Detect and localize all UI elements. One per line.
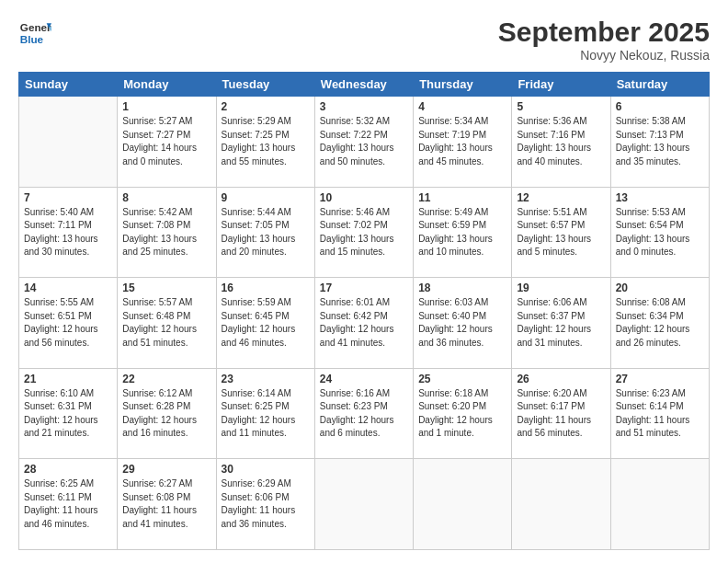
day-number: 16 — [222, 282, 310, 294]
calendar-cell: 22Sunrise: 6:12 AM Sunset: 6:28 PM Dayli… — [118, 368, 216, 459]
day-header-monday: Monday — [118, 73, 216, 97]
day-number: 27 — [616, 373, 704, 385]
calendar-cell: 12Sunrise: 5:51 AM Sunset: 6:57 PM Dayli… — [512, 187, 610, 278]
calendar-cell: 2Sunrise: 5:29 AM Sunset: 7:25 PM Daylig… — [216, 97, 314, 188]
calendar-cell: 28Sunrise: 6:25 AM Sunset: 6:11 PM Dayli… — [19, 459, 118, 550]
day-number: 26 — [517, 373, 605, 385]
calendar-cell: 11Sunrise: 5:49 AM Sunset: 6:59 PM Dayli… — [414, 187, 512, 278]
day-info: Sunrise: 5:42 AM Sunset: 7:08 PM Dayligh… — [122, 206, 210, 259]
calendar-cell: 10Sunrise: 5:46 AM Sunset: 7:02 PM Dayli… — [314, 187, 413, 278]
day-number: 15 — [122, 282, 210, 294]
calendar-cell — [314, 459, 413, 550]
day-info: Sunrise: 5:29 AM Sunset: 7:25 PM Dayligh… — [222, 115, 310, 168]
month-title: September 2025 — [498, 17, 710, 48]
day-number: 2 — [222, 100, 310, 113]
day-number: 21 — [24, 373, 112, 385]
day-number: 17 — [320, 282, 408, 294]
day-header-sunday: Sunday — [19, 73, 118, 97]
day-info: Sunrise: 5:55 AM Sunset: 6:51 PM Dayligh… — [24, 296, 112, 350]
calendar-cell: 4Sunrise: 5:34 AM Sunset: 7:19 PM Daylig… — [414, 97, 512, 188]
day-info: Sunrise: 6:29 AM Sunset: 6:06 PM Dayligh… — [222, 477, 310, 531]
calendar-cell: 24Sunrise: 6:16 AM Sunset: 6:23 PM Dayli… — [314, 368, 413, 459]
calendar-cell: 9Sunrise: 5:44 AM Sunset: 7:05 PM Daylig… — [216, 187, 314, 278]
calendar-cell — [512, 459, 610, 550]
calendar-cell: 8Sunrise: 5:42 AM Sunset: 7:08 PM Daylig… — [118, 187, 216, 278]
day-number: 14 — [24, 282, 112, 294]
day-number: 24 — [320, 373, 408, 385]
logo-icon: General Blue — [18, 17, 51, 50]
calendar-cell: 29Sunrise: 6:27 AM Sunset: 6:08 PM Dayli… — [118, 459, 216, 550]
day-number: 19 — [517, 282, 605, 294]
calendar-cell: 21Sunrise: 6:10 AM Sunset: 6:31 PM Dayli… — [19, 368, 118, 459]
day-info: Sunrise: 6:06 AM Sunset: 6:37 PM Dayligh… — [517, 296, 605, 350]
calendar-cell: 5Sunrise: 5:36 AM Sunset: 7:16 PM Daylig… — [512, 97, 610, 188]
calendar-cell: 30Sunrise: 6:29 AM Sunset: 6:06 PM Dayli… — [216, 459, 314, 550]
day-number: 10 — [320, 191, 408, 204]
day-info: Sunrise: 5:49 AM Sunset: 6:59 PM Dayligh… — [418, 206, 506, 259]
day-info: Sunrise: 6:10 AM Sunset: 6:31 PM Dayligh… — [24, 387, 112, 441]
calendar-cell: 7Sunrise: 5:40 AM Sunset: 7:11 PM Daylig… — [19, 187, 118, 278]
calendar-cell: 13Sunrise: 5:53 AM Sunset: 6:54 PM Dayli… — [610, 187, 709, 278]
day-info: Sunrise: 6:20 AM Sunset: 6:17 PM Dayligh… — [517, 387, 605, 441]
day-header-friday: Friday — [512, 73, 610, 97]
calendar-cell: 3Sunrise: 5:32 AM Sunset: 7:22 PM Daylig… — [314, 97, 413, 188]
calendar-cell: 16Sunrise: 5:59 AM Sunset: 6:45 PM Dayli… — [216, 278, 314, 369]
day-number: 18 — [418, 282, 506, 294]
day-info: Sunrise: 5:46 AM Sunset: 7:02 PM Dayligh… — [320, 206, 408, 259]
svg-text:Blue: Blue — [20, 33, 44, 45]
calendar-cell: 17Sunrise: 6:01 AM Sunset: 6:42 PM Dayli… — [314, 278, 413, 369]
day-info: Sunrise: 6:25 AM Sunset: 6:11 PM Dayligh… — [24, 477, 112, 531]
day-info: Sunrise: 6:14 AM Sunset: 6:25 PM Dayligh… — [222, 387, 310, 441]
calendar-cell — [414, 459, 512, 550]
calendar-cell: 20Sunrise: 6:08 AM Sunset: 6:34 PM Dayli… — [610, 278, 709, 369]
header: General Blue September 2025 Novyy Nekouz… — [18, 17, 710, 63]
calendar-cell — [19, 97, 118, 188]
day-info: Sunrise: 5:57 AM Sunset: 6:48 PM Dayligh… — [122, 296, 210, 350]
day-header-wednesday: Wednesday — [314, 73, 413, 97]
day-info: Sunrise: 5:40 AM Sunset: 7:11 PM Dayligh… — [24, 206, 112, 259]
calendar-cell: 18Sunrise: 6:03 AM Sunset: 6:40 PM Dayli… — [414, 278, 512, 369]
calendar-cell: 25Sunrise: 6:18 AM Sunset: 6:20 PM Dayli… — [414, 368, 512, 459]
calendar-cell: 26Sunrise: 6:20 AM Sunset: 6:17 PM Dayli… — [512, 368, 610, 459]
day-number: 9 — [222, 191, 310, 204]
day-info: Sunrise: 5:34 AM Sunset: 7:19 PM Dayligh… — [418, 115, 506, 168]
day-info: Sunrise: 6:16 AM Sunset: 6:23 PM Dayligh… — [320, 387, 408, 441]
day-number: 11 — [418, 191, 506, 204]
day-number: 29 — [122, 463, 210, 476]
day-info: Sunrise: 6:27 AM Sunset: 6:08 PM Dayligh… — [122, 477, 210, 531]
day-number: 20 — [616, 282, 704, 294]
calendar-cell: 14Sunrise: 5:55 AM Sunset: 6:51 PM Dayli… — [19, 278, 118, 369]
day-number: 3 — [320, 100, 408, 113]
day-number: 28 — [24, 463, 112, 476]
day-header-thursday: Thursday — [414, 73, 512, 97]
day-header-saturday: Saturday — [610, 73, 709, 97]
day-number: 12 — [517, 191, 605, 204]
title-block: September 2025 Novyy Nekouz, Russia — [498, 17, 710, 63]
calendar-cell: 23Sunrise: 6:14 AM Sunset: 6:25 PM Dayli… — [216, 368, 314, 459]
location: Novyy Nekouz, Russia — [498, 48, 710, 63]
day-info: Sunrise: 6:23 AM Sunset: 6:14 PM Dayligh… — [616, 387, 704, 441]
day-number: 6 — [616, 100, 704, 113]
svg-text:General: General — [20, 21, 51, 33]
day-number: 5 — [517, 100, 605, 113]
day-info: Sunrise: 5:27 AM Sunset: 7:27 PM Dayligh… — [122, 115, 210, 168]
day-info: Sunrise: 6:03 AM Sunset: 6:40 PM Dayligh… — [418, 296, 506, 350]
day-info: Sunrise: 5:59 AM Sunset: 6:45 PM Dayligh… — [222, 296, 310, 350]
day-number: 23 — [222, 373, 310, 385]
day-info: Sunrise: 5:53 AM Sunset: 6:54 PM Dayligh… — [616, 206, 704, 259]
day-number: 30 — [222, 463, 310, 476]
day-info: Sunrise: 6:18 AM Sunset: 6:20 PM Dayligh… — [418, 387, 506, 441]
day-info: Sunrise: 5:51 AM Sunset: 6:57 PM Dayligh… — [517, 206, 605, 259]
calendar-cell: 27Sunrise: 6:23 AM Sunset: 6:14 PM Dayli… — [610, 368, 709, 459]
day-info: Sunrise: 5:44 AM Sunset: 7:05 PM Dayligh… — [222, 206, 310, 259]
logo: General Blue — [18, 17, 51, 50]
day-number: 4 — [418, 100, 506, 113]
day-number: 25 — [418, 373, 506, 385]
day-number: 22 — [122, 373, 210, 385]
calendar-cell: 19Sunrise: 6:06 AM Sunset: 6:37 PM Dayli… — [512, 278, 610, 369]
calendar-cell: 1Sunrise: 5:27 AM Sunset: 7:27 PM Daylig… — [118, 97, 216, 188]
day-info: Sunrise: 5:32 AM Sunset: 7:22 PM Dayligh… — [320, 115, 408, 168]
day-info: Sunrise: 5:36 AM Sunset: 7:16 PM Dayligh… — [517, 115, 605, 168]
day-info: Sunrise: 6:08 AM Sunset: 6:34 PM Dayligh… — [616, 296, 704, 350]
day-number: 13 — [616, 191, 704, 204]
